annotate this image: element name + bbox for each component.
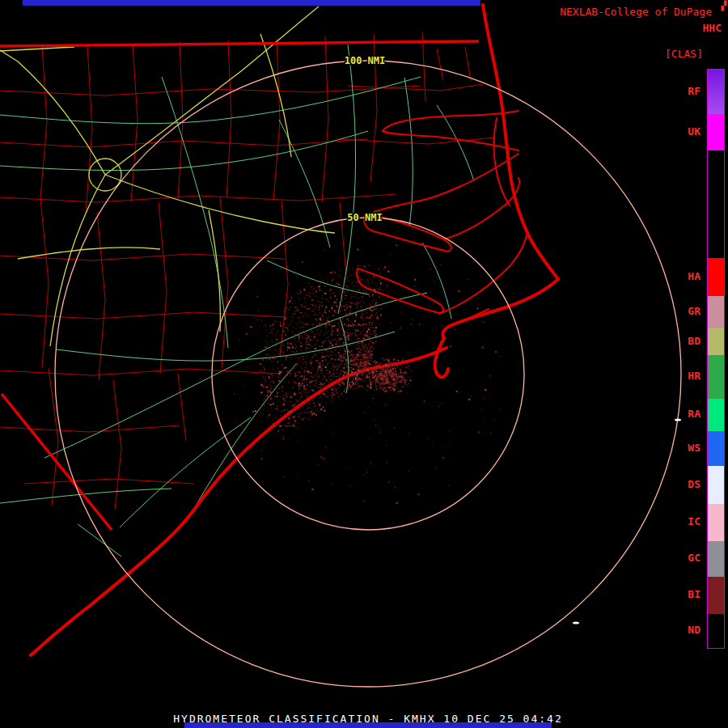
legend-swatch-gc xyxy=(708,541,724,577)
white-speck xyxy=(573,622,579,624)
legend-swatch-bi xyxy=(708,577,724,614)
radar-map: 100 NMI50 NMI xyxy=(0,0,728,728)
legend-swatch-nd xyxy=(708,614,724,648)
legend-swatch-rf xyxy=(708,70,724,114)
corner-glyph-icon: ▞ xyxy=(721,2,726,11)
legend-swatch-hr xyxy=(708,355,724,399)
ring-label-50-nmi: 50 NMI xyxy=(347,212,382,223)
legend-bar xyxy=(707,69,725,649)
legend-swatch-ws xyxy=(708,431,724,466)
coastline xyxy=(31,5,558,655)
product-code: HHC xyxy=(703,22,722,34)
product-caption: HYDROMETEOR CLASSIFICATION - KMHX 10 DEC… xyxy=(0,713,728,725)
source-credit: NEXLAB-College of DuPage xyxy=(560,6,712,18)
top-blue-bar xyxy=(23,0,480,6)
yellow-roads xyxy=(0,6,335,346)
legend-swatch-ic xyxy=(708,504,724,541)
white-marks xyxy=(573,419,681,624)
legend-swatch-gap xyxy=(708,150,724,258)
legend-swatch-uk xyxy=(708,114,724,150)
white-speck xyxy=(675,419,681,421)
product-classification: [CLAS] xyxy=(665,48,703,60)
radar-product-viewer: 100 NMI50 NMI NEXLAB-College of DuPage ▞… xyxy=(0,0,728,728)
county-boundaries xyxy=(0,32,495,510)
ring-label-100-nmi: 100 NMI xyxy=(345,55,386,66)
legend-swatch-ra xyxy=(708,399,724,431)
legend-swatch-gr xyxy=(708,296,724,328)
legend-swatch-ha xyxy=(708,258,724,296)
legend-swatch-ds xyxy=(708,466,724,504)
legend-swatch-bd xyxy=(708,328,724,355)
radar-echoes xyxy=(234,244,501,504)
